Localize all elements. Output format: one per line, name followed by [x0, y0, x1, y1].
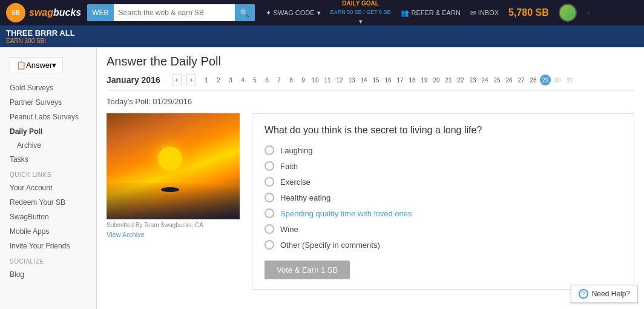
poll-question-area: What do you think is the secret to livin…: [252, 113, 634, 290]
calendar-day-3[interactable]: 3: [225, 75, 236, 85]
socialize-title: SOCIALIZE: [0, 253, 96, 267]
poll-radio-healthy-eating[interactable]: [264, 193, 274, 202]
calendar-day-31[interactable]: 31: [564, 75, 575, 85]
calendar-day-17[interactable]: 17: [395, 75, 406, 85]
logo-icon: SB: [6, 3, 25, 22]
calendar-day-22[interactable]: 22: [455, 75, 466, 85]
calendar-day-26[interactable]: 26: [504, 75, 514, 85]
sidebar-item-gold-surveys[interactable]: Gold Surveys: [0, 81, 96, 95]
poll-option-label-exercise: Exercise: [280, 178, 310, 187]
sidebar-item-mobile-apps[interactable]: Mobile Apps: [0, 224, 96, 239]
today-label: Today's Poll: 01/29/2016: [107, 97, 634, 106]
poll-radio-wine[interactable]: [264, 224, 274, 234]
calendar-day-27[interactable]: 27: [516, 75, 527, 85]
poll-option-healthy-eating: Healthy eating: [264, 193, 622, 202]
calendar-day-15[interactable]: 15: [370, 75, 381, 85]
swag-code-icon: ✦: [266, 9, 271, 17]
daily-goal-nav[interactable]: DAILY GOAL EARN 50 SB / GET 6 SB ▾: [330, 0, 391, 25]
calendar-day-13[interactable]: 13: [346, 75, 357, 85]
calendar-day-7[interactable]: 7: [274, 75, 284, 85]
calendar-day-1[interactable]: 1: [201, 75, 212, 85]
daily-goal-chevron: ▾: [359, 18, 363, 25]
calendar-day-5[interactable]: 5: [249, 75, 260, 85]
calendar-next-button[interactable]: ›: [186, 75, 196, 85]
sidebar-item-peanut-labs[interactable]: Peanut Labs Surveys: [0, 110, 96, 124]
calendar-day-9[interactable]: 9: [298, 75, 309, 85]
poll-image: [107, 113, 240, 219]
inbox-nav[interactable]: ✉ INBOX: [470, 9, 499, 17]
calendar-day-14[interactable]: 14: [358, 75, 369, 85]
calendar-day-20[interactable]: 20: [431, 75, 442, 85]
sidebar-item-redeem-sb[interactable]: Redeem Your SB: [0, 195, 96, 210]
calendar-day-4[interactable]: 4: [237, 75, 248, 85]
swag-code-nav[interactable]: ✦ SWAG CODE ▾: [266, 9, 321, 17]
calendar-day-8[interactable]: 8: [286, 75, 297, 85]
inbox-icon: ✉: [470, 9, 476, 17]
page-title: Answer the Daily Poll: [107, 55, 634, 68]
calendar-day-30[interactable]: 30: [552, 75, 563, 85]
refer-earn-nav[interactable]: 👥 REFER & EARN: [401, 9, 461, 17]
promo-banner[interactable]: THREE BRRR ALL EARN 300 SBI: [0, 25, 644, 47]
calendar-day-25[interactable]: 25: [491, 75, 502, 85]
poll-option-quality-time: Spending quality time with loved ones: [264, 208, 622, 218]
poll-option-label-healthy-eating: Healthy eating: [280, 193, 330, 202]
sidebar-item-invite-friends[interactable]: Invite Your Friends: [0, 239, 96, 253]
avatar[interactable]: [559, 4, 577, 22]
calendar-day-28[interactable]: 28: [528, 75, 539, 85]
calendar-day-23[interactable]: 23: [467, 75, 478, 85]
banner-subtitle: EARN 300 SBI: [6, 38, 75, 44]
poll-option-label-wine: Wine: [280, 225, 298, 234]
sidebar-item-partner-surveys[interactable]: Partner Surveys: [0, 95, 96, 110]
search-button[interactable]: 🔍: [235, 4, 255, 21]
poll-option-laughing: Laughing: [264, 145, 622, 155]
calendar-day-10[interactable]: 10: [310, 75, 321, 85]
poll-radio-exercise[interactable]: [264, 177, 274, 187]
quick-links-title: QUICK LINKS: [0, 167, 96, 181]
poll-option-exercise: Exercise: [264, 177, 622, 187]
view-archive-link[interactable]: View Archive: [107, 231, 240, 238]
sidebar-item-your-account[interactable]: Your Account: [0, 181, 96, 195]
answer-button[interactable]: 📋 Answer ▾: [10, 57, 63, 73]
calendar-day-2[interactable]: 2: [213, 75, 224, 85]
sidebar-item-archive[interactable]: Archive: [0, 139, 96, 152]
calendar-day-18[interactable]: 18: [407, 75, 418, 85]
boat-graphic: [161, 187, 179, 192]
refer-icon: 👥: [401, 9, 409, 17]
answer-icon: 📋: [16, 61, 26, 70]
poll-area: Submitted By Team Swagbucks, CA View Arc…: [107, 113, 634, 290]
sidebar-item-daily-poll[interactable]: Daily Poll: [0, 124, 96, 139]
sidebar-item-blog[interactable]: Blog: [0, 267, 96, 282]
sidebar: 📋 Answer ▾ Gold Surveys Partner Surveys …: [0, 47, 97, 309]
sidebar-item-swagbutton[interactable]: SwagButton: [0, 210, 96, 224]
sidebar-item-tasks[interactable]: Tasks: [0, 152, 96, 167]
poll-option-label-quality-time: Spending quality time with loved ones: [280, 209, 412, 218]
calendar-day-11[interactable]: 11: [322, 75, 333, 85]
poll-radio-other[interactable]: [264, 240, 274, 250]
calendar-prev-button[interactable]: ‹: [172, 75, 182, 85]
answer-chevron: ▾: [52, 61, 56, 70]
calendar-day-6[interactable]: 6: [261, 75, 272, 85]
help-icon: ?: [579, 289, 588, 299]
calendar-day-12[interactable]: 12: [334, 75, 345, 85]
poll-option-other: Other (Specify in comments): [264, 240, 622, 250]
calendar-day-24[interactable]: 24: [479, 75, 490, 85]
poll-radio-laughing[interactable]: [264, 145, 274, 155]
need-help-button[interactable]: ? Need Help?: [571, 285, 638, 303]
poll-option-label-other: Other (Specify in comments): [280, 241, 380, 250]
avatar-chevron[interactable]: ▾: [586, 8, 591, 18]
search-input[interactable]: [114, 4, 235, 21]
poll-option-faith: Faith: [264, 161, 622, 171]
calendar-day-16[interactable]: 16: [383, 75, 393, 85]
calendar-day-19[interactable]: 19: [419, 75, 430, 85]
poll-radio-quality-time[interactable]: [264, 208, 274, 218]
poll-option-label-faith: Faith: [280, 162, 298, 171]
poll-radio-faith[interactable]: [264, 161, 274, 171]
calendar-month: January 2016: [107, 75, 167, 85]
banner-title: THREE BRRR ALL: [6, 28, 75, 38]
daily-goal-title: DAILY GOAL: [342, 0, 379, 7]
calendar-day-29[interactable]: 29: [540, 75, 551, 85]
calendar-day-21[interactable]: 21: [443, 75, 454, 85]
vote-button[interactable]: Vote & Earn 1 SB: [264, 261, 350, 279]
search-type-dropdown[interactable]: WEB: [87, 4, 113, 21]
banner-content: THREE BRRR ALL EARN 300 SBI: [6, 28, 75, 44]
